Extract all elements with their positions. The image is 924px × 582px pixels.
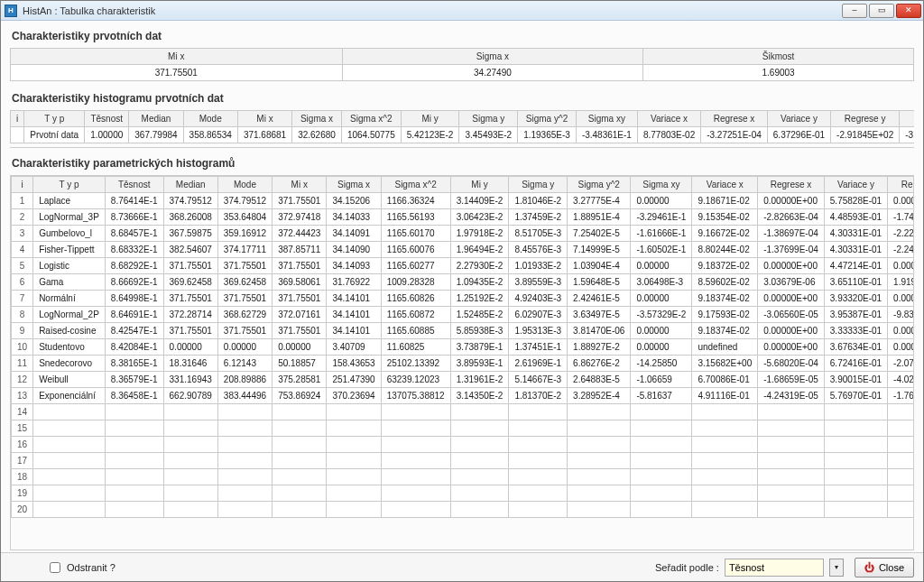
table-row[interactable]: 7Normální8.64998E-1371.75501371.75501371… [12, 291, 915, 307]
table-row[interactable]: 10Studentovo8.42084E-10.000000.000000.00… [12, 339, 915, 356]
value-cell: 8.77803E-02 [637, 127, 700, 143]
table-row-empty: 15 [12, 420, 915, 437]
value-cell: 8.38165E-1 [105, 356, 163, 372]
sort-dropdown-button[interactable]: ▾ [829, 559, 844, 577]
empty-cell [33, 453, 106, 469]
row-index: 14 [12, 404, 33, 420]
value-cell: -2.22864E+03 [888, 226, 914, 242]
value-cell: 3.06423E-2 [450, 209, 509, 226]
value-cell: 374.17711 [217, 242, 272, 258]
value-cell: 1165.60885 [381, 323, 450, 339]
maximize-icon: ▭ [878, 6, 886, 14]
value-cell: 8.42084E-1 [105, 339, 163, 356]
empty-cell [327, 485, 381, 502]
empty-cell [631, 437, 692, 453]
app-window: H HistAn : Tabulka charakteristik – ▭ ✕ … [0, 0, 924, 582]
value-cell: 372.07161 [273, 307, 327, 323]
value-cell: 18.31646 [163, 356, 217, 372]
value-cell: 3.89559E-3 [509, 274, 568, 291]
empty-cell [105, 404, 163, 420]
parametric-histogram-scroll[interactable]: iT y pTěsnostMedianModeMi xSigma xSigma … [10, 175, 914, 550]
value-cell: 8.64691E-1 [105, 307, 163, 323]
value-cell: 1.01933E-2 [509, 258, 568, 274]
empty-cell [568, 485, 631, 502]
value-cell: 0.00000E+00 [888, 323, 914, 339]
maximize-button[interactable]: ▭ [869, 4, 894, 18]
empty-cell [33, 437, 106, 453]
value-cell: -3.27251E-04 [701, 127, 768, 143]
empty-cell [758, 420, 825, 437]
empty-cell [105, 485, 163, 502]
row-index: 2 [12, 209, 33, 226]
value-cell: 8.68457E-1 [105, 226, 163, 242]
table-row[interactable]: 11Snedecorovo8.38165E-118.316466.1214350… [12, 356, 915, 372]
empty-cell [105, 469, 163, 485]
col-header: Mode [183, 111, 237, 127]
empty-cell [631, 502, 692, 518]
empty-cell [631, 404, 692, 420]
value-cell: 8.45576E-3 [509, 242, 568, 258]
value-cell: 8.68292E-1 [105, 258, 163, 274]
empty-cell [327, 437, 381, 453]
table-row[interactable]: 6Gama8.66692E-1369.62458369.62458369.580… [12, 274, 915, 291]
table-row[interactable]: 9Raised-cosine8.42547E-1371.75501371.755… [12, 323, 915, 339]
value-cell: 4.91116E-01 [692, 388, 758, 404]
close-window-button[interactable]: ✕ [896, 4, 921, 18]
value-cell: 6.70086E-01 [692, 372, 758, 388]
empty-cell [217, 502, 272, 518]
minimize-button[interactable]: – [842, 4, 867, 18]
close-button[interactable]: ⏻ Close [855, 558, 914, 577]
table-row[interactable]: 12Weibull8.36579E-1331.16943208.89886375… [12, 372, 915, 388]
empty-cell [163, 437, 217, 453]
col-header: Median [163, 177, 217, 193]
value-cell: 1.19365E-3 [518, 127, 577, 143]
value-cell: 3.40709 [327, 339, 381, 356]
value-cell: 353.64804 [217, 209, 272, 226]
value-cell: 0.00000E+00 [888, 339, 914, 356]
value-cell: 0.00000 [631, 291, 692, 307]
value-cell: 1165.60872 [381, 307, 450, 323]
empty-cell [824, 453, 887, 469]
value-cell: 0.00000E+00 [758, 339, 825, 356]
row-index: 6 [12, 274, 33, 291]
empty-cell [450, 437, 509, 453]
empty-cell [692, 485, 758, 502]
table-row[interactable]: 1Laplace8.76414E-1374.79512374.79512371.… [12, 193, 915, 209]
remove-checkbox[interactable] [50, 562, 60, 573]
table-row-empty: 17 [12, 453, 915, 469]
value-cell: 371.75501 [273, 291, 327, 307]
empty-cell [509, 404, 568, 420]
table-row[interactable]: 5Logistic8.68292E-1371.75501371.75501371… [12, 258, 915, 274]
empty-cell [568, 469, 631, 485]
col-header: Sigma x^2 [341, 111, 401, 127]
type-cell: Gumbelovo_l [33, 226, 106, 242]
col-header: Mi y [450, 177, 509, 193]
sort-select[interactable] [725, 559, 824, 577]
value-cell: 3.14350E-2 [450, 388, 509, 404]
table-row-empty: 16 [12, 437, 915, 453]
empty-cell [509, 502, 568, 518]
table-row[interactable]: 3Gumbelovo_l8.68457E-1367.59875359.16912… [12, 226, 915, 242]
value-cell: 8.42547E-1 [105, 323, 163, 339]
empty-cell [163, 404, 217, 420]
table-row[interactable]: 4Fisher-Tippett8.68332E-1382.54607374.17… [12, 242, 915, 258]
value-cell: 0.00000E+00 [888, 258, 914, 274]
table-row[interactable]: 13Exponenciální8.36458E-1662.90789383.44… [12, 388, 915, 404]
value-cell: 8.36458E-1 [105, 388, 163, 404]
table-row[interactable]: 8LogNormal_2P8.64691E-1372.28714368.6272… [12, 307, 915, 323]
table-row[interactable]: 2LogNormal_3P8.73666E-1368.26008353.6480… [12, 209, 915, 226]
remove-checkbox-group[interactable]: Odstranit ? [46, 559, 116, 576]
value-cell: 8.59602E-02 [692, 274, 758, 291]
primary-stats-row: 371.75501 34.27490 1.69003 [11, 65, 914, 81]
value-cell: 3.06498E-3 [631, 274, 692, 291]
value-cell: 5.85938E-3 [450, 323, 509, 339]
col-header: Sigma x^2 [381, 177, 450, 193]
value-cell: -1.68659E-05 [758, 372, 825, 388]
value-cell: 3.28952E-4 [568, 388, 631, 404]
histogram-primary-scroll[interactable]: iT y pTěsnostMedianModeMi xSigma xSigma … [10, 110, 914, 148]
exit-icon: ⏻ [864, 562, 874, 573]
empty-cell [273, 485, 327, 502]
empty-cell [888, 469, 914, 485]
empty-cell [163, 453, 217, 469]
empty-cell [631, 420, 692, 437]
